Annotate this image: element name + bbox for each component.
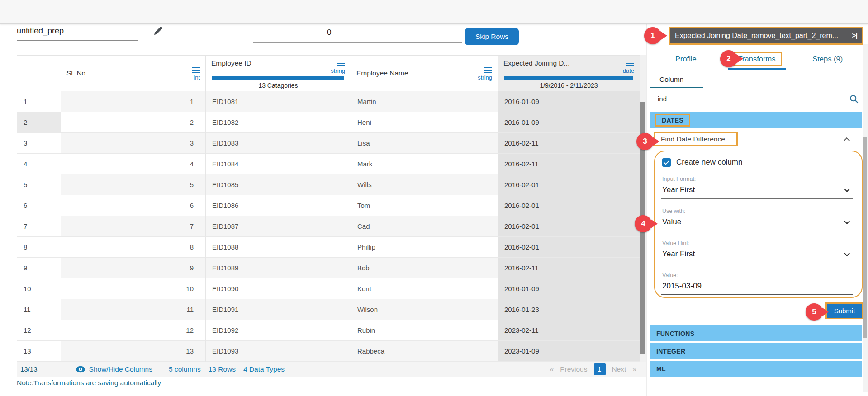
data-types-stat[interactable]: 4 Data Types bbox=[243, 365, 285, 373]
cell-sl-no[interactable]: 2 bbox=[61, 112, 206, 133]
column-menu-icon[interactable] bbox=[626, 61, 634, 66]
cell-employee-id[interactable]: EID1086 bbox=[206, 195, 351, 216]
section-ml[interactable]: ML bbox=[650, 361, 862, 377]
cell-expected-joining-date[interactable]: 2023-02-11 bbox=[498, 320, 640, 341]
panel-scrollbar[interactable] bbox=[863, 44, 868, 392]
cell-expected-joining-date[interactable]: 2016-02-01 bbox=[498, 195, 640, 216]
cell-sl-no[interactable]: 5 bbox=[61, 174, 206, 195]
transform-search-input[interactable]: ind bbox=[658, 95, 667, 103]
selected-column-header[interactable]: Expected Joining Date_remove_text_part_2… bbox=[669, 27, 863, 45]
table-row[interactable]: 1313EID1093Rabbeca2023-01-09 bbox=[17, 341, 640, 362]
cell-sl-no[interactable]: 12 bbox=[61, 320, 206, 341]
cell-expected-joining-date[interactable]: 2016-02-11 bbox=[498, 154, 640, 174]
column-menu-icon[interactable] bbox=[337, 61, 345, 66]
cell-employee-name[interactable]: Wills bbox=[351, 174, 498, 195]
cell-employee-id[interactable]: EID1090 bbox=[206, 278, 351, 299]
create-new-column-option[interactable]: Create new column bbox=[662, 158, 853, 167]
pagination-previous[interactable]: Previous bbox=[560, 365, 587, 373]
pagination-last[interactable]: » bbox=[632, 365, 636, 373]
table-row[interactable]: 55EID1085Wills2016-02-01 bbox=[17, 174, 640, 195]
cell-expected-joining-date[interactable]: 2016-02-11 bbox=[498, 258, 640, 278]
column-header-sl-no[interactable]: Sl. No. int bbox=[61, 56, 206, 91]
cell-expected-joining-date[interactable]: 2016-01-09 bbox=[498, 91, 640, 112]
cell-employee-name[interactable]: Bob bbox=[351, 258, 498, 278]
column-menu-icon[interactable] bbox=[484, 67, 492, 73]
cell-sl-no[interactable]: 13 bbox=[61, 341, 206, 362]
input-format-select[interactable]: Year First bbox=[661, 182, 853, 199]
cell-employee-name[interactable]: Heni bbox=[351, 112, 498, 133]
transform-find-date-difference[interactable]: Find Date Difference... bbox=[650, 131, 862, 148]
columns-count-stat[interactable]: 5 columns bbox=[169, 365, 201, 373]
cell-sl-no[interactable]: 11 bbox=[61, 299, 206, 320]
value-hint-select[interactable]: Year First bbox=[661, 246, 853, 263]
section-functions[interactable]: FUNCTIONS bbox=[650, 325, 862, 341]
edit-pencil-icon[interactable] bbox=[153, 25, 164, 38]
cell-employee-id[interactable]: EID1082 bbox=[206, 112, 351, 133]
cell-expected-joining-date[interactable]: 2016-01-23 bbox=[498, 299, 640, 320]
section-integer[interactable]: INTEGER bbox=[650, 343, 862, 359]
cell-sl-no[interactable]: 9 bbox=[61, 258, 206, 278]
rows-count-stat[interactable]: 13 Rows bbox=[209, 365, 236, 373]
value-input[interactable]: 2015-03-09 bbox=[661, 278, 853, 295]
table-row[interactable]: 88EID1088Phillip2016-02-01 bbox=[17, 237, 640, 258]
cell-employee-name[interactable]: Tom bbox=[351, 195, 498, 216]
cell-employee-name[interactable]: Wilson bbox=[351, 299, 498, 320]
column-header-expected-joining-date[interactable]: Expected Joining D... date 1/9/2016 - 2/… bbox=[498, 56, 640, 91]
cell-sl-no[interactable]: 1 bbox=[61, 91, 206, 112]
cell-employee-id[interactable]: EID1081 bbox=[206, 91, 351, 112]
pagination-current-page[interactable]: 1 bbox=[594, 363, 606, 375]
cell-expected-joining-date[interactable]: 2023-01-09 bbox=[498, 341, 640, 362]
cell-sl-no[interactable]: 6 bbox=[61, 195, 206, 216]
show-hide-columns-button[interactable]: Show/Hide Columns bbox=[76, 365, 152, 373]
collapse-panel-icon[interactable]: >| bbox=[852, 32, 857, 40]
column-header-employee-id[interactable]: Employee ID string 13 Catagories bbox=[206, 56, 351, 91]
cell-sl-no[interactable]: 7 bbox=[61, 216, 206, 237]
cell-employee-name[interactable]: Kent bbox=[351, 278, 498, 299]
cell-employee-id[interactable]: EID1083 bbox=[206, 133, 351, 154]
cell-expected-joining-date[interactable]: 2016-01-09 bbox=[498, 278, 640, 299]
pagination-next[interactable]: Next bbox=[612, 365, 626, 373]
submit-button[interactable]: Submit bbox=[825, 302, 863, 319]
pagination-first[interactable]: « bbox=[550, 365, 554, 373]
cell-expected-joining-date[interactable]: 2016-02-01 bbox=[498, 216, 640, 237]
cell-employee-name[interactable]: Rabbeca bbox=[351, 341, 498, 362]
cell-employee-name[interactable]: Mark bbox=[351, 154, 498, 174]
table-row[interactable]: 66EID1086Tom2016-02-01 bbox=[17, 195, 640, 216]
cell-sl-no[interactable]: 8 bbox=[61, 237, 206, 258]
table-row[interactable]: 11EID1081Martin2016-01-09 bbox=[17, 91, 640, 112]
table-row[interactable]: 77EID1087Cad2016-02-01 bbox=[17, 216, 640, 237]
cell-employee-id[interactable]: EID1089 bbox=[206, 258, 351, 278]
panel-scrollbar-thumb[interactable] bbox=[863, 137, 867, 338]
table-row[interactable]: 22EID1082Heni2016-01-09 bbox=[17, 112, 640, 133]
use-with-select[interactable]: Value bbox=[661, 214, 853, 231]
cell-employee-id[interactable]: EID1088 bbox=[206, 237, 351, 258]
cell-employee-id[interactable]: EID1093 bbox=[206, 341, 351, 362]
cell-sl-no[interactable]: 3 bbox=[61, 133, 206, 154]
table-row[interactable]: 33EID1083Lisa2016-02-11 bbox=[17, 133, 640, 154]
checkbox-icon[interactable] bbox=[662, 158, 671, 167]
section-dates[interactable]: DATES bbox=[650, 112, 862, 128]
cell-sl-no[interactable]: 10 bbox=[61, 278, 206, 299]
table-row[interactable]: 1010EID1090Kent2016-01-09 bbox=[17, 278, 640, 299]
cell-employee-id[interactable]: EID1092 bbox=[206, 320, 351, 341]
cell-expected-joining-date[interactable]: 2016-01-09 bbox=[498, 112, 640, 133]
cell-employee-name[interactable]: Phillip bbox=[351, 237, 498, 258]
cell-employee-id[interactable]: EID1091 bbox=[206, 299, 351, 320]
cell-employee-name[interactable]: Martin bbox=[351, 91, 498, 112]
cell-expected-joining-date[interactable]: 2016-02-01 bbox=[498, 174, 640, 195]
cell-expected-joining-date[interactable]: 2016-02-11 bbox=[498, 133, 640, 154]
table-scrollbar[interactable] bbox=[640, 55, 646, 362]
cell-sl-no[interactable]: 4 bbox=[61, 154, 206, 174]
cell-employee-name[interactable]: Lisa bbox=[351, 133, 498, 154]
cell-expected-joining-date[interactable]: 2016-02-01 bbox=[498, 237, 640, 258]
table-row[interactable]: 99EID1089Bob2016-02-11 bbox=[17, 258, 640, 278]
cell-employee-name[interactable]: Cad bbox=[351, 216, 498, 237]
tab-profile[interactable]: Profile bbox=[650, 50, 721, 68]
cell-employee-id[interactable]: EID1085 bbox=[206, 174, 351, 195]
cell-employee-id[interactable]: EID1087 bbox=[206, 216, 351, 237]
subtab-column[interactable]: Column bbox=[659, 75, 683, 84]
column-menu-icon[interactable] bbox=[192, 67, 200, 73]
tab-steps[interactable]: Steps (9) bbox=[792, 50, 863, 68]
prep-name-input[interactable]: untitled_prep bbox=[17, 26, 138, 41]
column-header-employee-name[interactable]: Employee Name string bbox=[351, 56, 498, 91]
